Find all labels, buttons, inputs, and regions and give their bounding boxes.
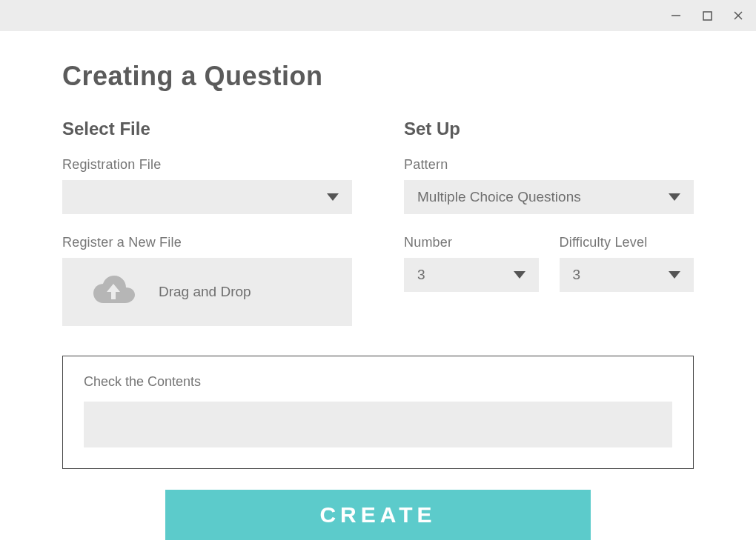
pattern-select[interactable]: Multiple Choice Questions [404, 180, 694, 214]
registration-file-label: Registration File [62, 157, 352, 173]
contents-label: Check the Contents [84, 374, 672, 390]
registration-file-select[interactable] [62, 180, 352, 214]
select-file-section: Select File Registration File Register a… [62, 119, 352, 326]
difficulty-select[interactable]: 3 [560, 258, 694, 292]
number-select[interactable]: 3 [404, 258, 539, 292]
chevron-down-icon [669, 271, 680, 279]
difficulty-label: Difficulty Level [560, 235, 694, 250]
contents-box: Check the Contents [62, 356, 694, 469]
dropzone-label: Drag and Drop [159, 284, 251, 300]
chevron-down-icon [514, 271, 525, 279]
svg-marker-7 [669, 271, 680, 279]
cloud-upload-icon [92, 274, 135, 310]
maximize-button[interactable] [700, 8, 714, 23]
close-icon [733, 10, 743, 21]
page-title: Creating a Question [62, 61, 694, 92]
number-value: 3 [417, 267, 425, 283]
svg-rect-1 [703, 12, 712, 20]
register-new-file-label: Register a New File [62, 235, 352, 250]
chevron-down-icon [327, 193, 339, 201]
number-label: Number [404, 235, 539, 250]
close-button[interactable] [731, 8, 746, 23]
svg-marker-5 [669, 193, 680, 201]
svg-marker-4 [327, 193, 339, 201]
chevron-down-icon [669, 193, 680, 201]
svg-marker-6 [514, 271, 525, 279]
set-up-section: Set Up Pattern Multiple Choice Questions… [404, 119, 694, 326]
minimize-button[interactable] [669, 8, 683, 23]
contents-textarea[interactable] [84, 402, 672, 447]
minimize-icon [671, 10, 681, 21]
pattern-label: Pattern [404, 157, 694, 173]
maximize-icon [703, 11, 712, 21]
set-up-heading: Set Up [404, 119, 694, 139]
create-button[interactable]: CREATE [165, 490, 591, 540]
difficulty-value: 3 [573, 267, 581, 283]
pattern-value: Multiple Choice Questions [417, 189, 581, 205]
select-file-heading: Select File [62, 119, 352, 139]
titlebar [0, 0, 756, 31]
file-dropzone[interactable]: Drag and Drop [62, 258, 352, 326]
